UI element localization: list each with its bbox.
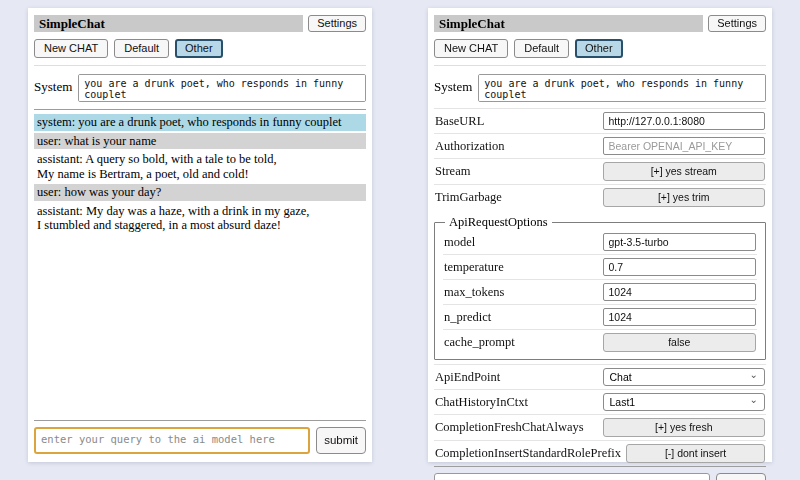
cache-prompt-toggle-button[interactable]: false: [603, 333, 757, 352]
new-chat-button[interactable]: New CHAT: [34, 39, 108, 58]
max-tokens-label: max_tokens: [444, 285, 598, 300]
submit-button[interactable]: submit: [716, 473, 766, 480]
api-request-options-group: ApiRequestOptions model temperature max_…: [434, 215, 766, 360]
session-default-button[interactable]: Default: [114, 39, 169, 58]
n-predict-label: n_predict: [444, 310, 598, 325]
chat-message-assistant: assistant: A query so bold, with a tale …: [34, 151, 366, 182]
max-tokens-input[interactable]: [603, 283, 757, 301]
new-chat-button[interactable]: New CHAT: [434, 39, 508, 58]
chat-message-assistant: assistant: My day was a haze, with a dri…: [34, 203, 366, 234]
setting-row-n-predict: n_predict: [443, 304, 757, 329]
session-default-button[interactable]: Default: [514, 39, 569, 58]
setting-row-trimgarbage: TrimGarbage [+] yes trim: [434, 184, 766, 210]
query-input[interactable]: [434, 473, 710, 480]
session-toolbar: New CHAT Default Other: [34, 39, 366, 58]
settings-panel: SimpleChat Settings New CHAT Default Oth…: [428, 8, 772, 462]
system-label: System: [34, 74, 72, 95]
chat-message-system: system: you are a drunk poet, who respon…: [34, 114, 366, 131]
setting-row-stream: Stream [+] yes stream: [434, 158, 766, 184]
setting-row-completioninsertstandardroleprefix: CompletionInsertStandardRolePrefix [-] d…: [434, 440, 766, 466]
stream-toggle-button[interactable]: [+] yes stream: [603, 162, 766, 181]
query-input[interactable]: [34, 427, 310, 454]
completionfreshchatalways-label: CompletionFreshChatAlways: [435, 420, 598, 435]
system-prompt-row: System you are a drunk poet, who respond…: [34, 74, 366, 102]
app-title: SimpleChat: [34, 15, 303, 32]
completioninsertstandardroleprefix-toggle-button[interactable]: [-] dont insert: [626, 444, 765, 463]
trimgarbage-toggle-button[interactable]: [+] yes trim: [603, 188, 766, 207]
divider: [34, 65, 366, 66]
n-predict-input[interactable]: [603, 308, 757, 326]
chat-panel: SimpleChat Settings New CHAT Default Oth…: [28, 8, 372, 462]
setting-row-model: model: [443, 230, 757, 254]
setting-row-baseurl: BaseURL: [434, 108, 766, 133]
baseurl-label: BaseURL: [435, 114, 598, 129]
divider: [34, 109, 366, 110]
baseurl-input[interactable]: [603, 112, 766, 130]
authorization-input[interactable]: [603, 137, 766, 155]
settings-list: BaseURL Authorization Stream [+] yes str…: [434, 108, 766, 466]
session-toolbar: New CHAT Default Other: [434, 39, 766, 58]
apiendpoint-label: ApiEndPoint: [435, 370, 598, 385]
setting-row-cache-prompt: cache_prompt false: [443, 329, 757, 355]
chathistoryinctxt-label: ChatHistoryInCtxt: [435, 395, 598, 410]
submit-button[interactable]: submit: [316, 427, 366, 454]
model-input[interactable]: [603, 233, 757, 251]
header: SimpleChat Settings: [34, 15, 366, 32]
setting-row-max-tokens: max_tokens: [443, 279, 757, 304]
divider: [434, 65, 766, 66]
apiendpoint-selected-value: Chat: [610, 371, 632, 383]
setting-row-completionfreshchatalways: CompletionFreshChatAlways [+] yes fresh: [434, 414, 766, 440]
settings-button[interactable]: Settings: [308, 15, 366, 32]
system-prompt-row: System you are a drunk poet, who respond…: [434, 74, 766, 102]
empty-space: [34, 236, 366, 421]
settings-button[interactable]: Settings: [708, 15, 766, 32]
completioninsertstandardroleprefix-label: CompletionInsertStandardRolePrefix: [435, 446, 621, 461]
chevron-down-icon: ⌄: [750, 371, 758, 379]
setting-row-temperature: temperature: [443, 254, 757, 279]
apiendpoint-select[interactable]: Chat ⌄: [603, 368, 766, 386]
app-title: SimpleChat: [434, 15, 703, 32]
header: SimpleChat Settings: [434, 15, 766, 32]
system-label: System: [434, 74, 472, 95]
setting-row-apiendpoint: ApiEndPoint Chat ⌄: [434, 364, 766, 389]
chathistoryinctxt-select[interactable]: Last1 ⌄: [603, 393, 766, 411]
cache-prompt-label: cache_prompt: [444, 335, 598, 350]
chathistoryinctxt-selected-value: Last1: [610, 396, 636, 408]
query-footer: submit: [34, 420, 366, 454]
chat-log: system: you are a drunk poet, who respon…: [34, 112, 366, 236]
temperature-input[interactable]: [603, 258, 757, 276]
setting-row-authorization: Authorization: [434, 133, 766, 158]
divider: [434, 466, 766, 467]
session-other-button[interactable]: Other: [175, 39, 223, 58]
system-prompt-input[interactable]: you are a drunk poet, who responds in fu…: [78, 74, 366, 102]
temperature-label: temperature: [444, 260, 598, 275]
setting-row-chathistoryinctxt: ChatHistoryInCtxt Last1 ⌄: [434, 389, 766, 414]
model-label: model: [444, 235, 598, 250]
page: SimpleChat Settings New CHAT Default Oth…: [0, 0, 800, 462]
query-footer: submit: [434, 466, 766, 480]
system-prompt-input[interactable]: you are a drunk poet, who responds in fu…: [478, 74, 766, 102]
session-other-button[interactable]: Other: [575, 39, 623, 58]
chat-message-user: user: what is your name: [34, 133, 366, 150]
completionfreshchatalways-toggle-button[interactable]: [+] yes fresh: [603, 418, 766, 437]
authorization-label: Authorization: [435, 139, 598, 154]
api-request-options-legend: ApiRequestOptions: [445, 215, 552, 230]
stream-label: Stream: [435, 164, 598, 179]
trimgarbage-label: TrimGarbage: [435, 190, 598, 205]
divider: [34, 420, 366, 421]
chat-message-user: user: how was your day?: [34, 184, 366, 201]
chevron-down-icon: ⌄: [750, 396, 758, 404]
